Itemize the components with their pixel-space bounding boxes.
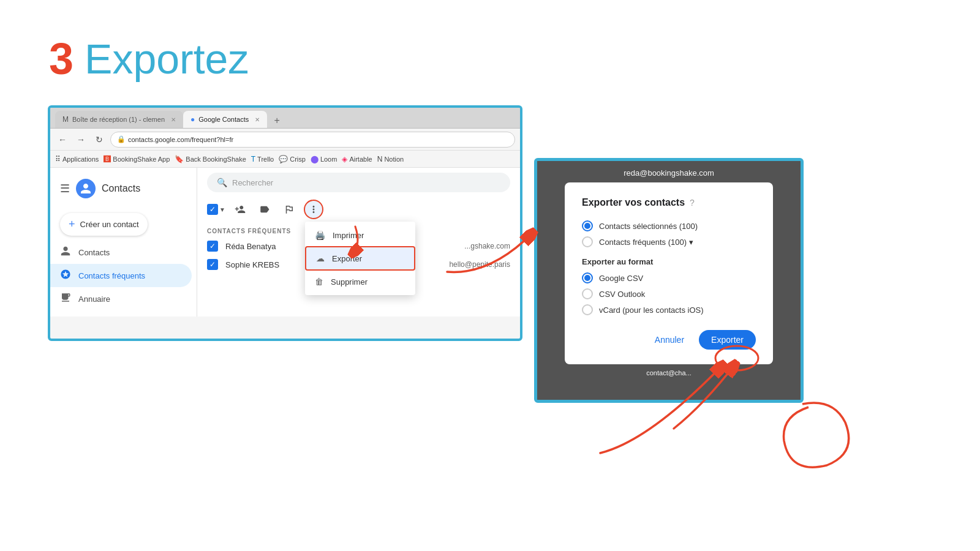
radio-btn-vcard[interactable] bbox=[582, 304, 593, 315]
radio-csv-outlook[interactable]: CSV Outlook bbox=[582, 286, 756, 302]
bookmark-loom-label: Loom bbox=[320, 156, 337, 163]
sidebar-item-frequent[interactable]: Contacts fréquents bbox=[50, 264, 192, 287]
back-button[interactable]: ← bbox=[55, 132, 70, 147]
export-button[interactable]: Exporter bbox=[699, 330, 756, 350]
frequent-nav-icon bbox=[60, 269, 71, 282]
new-tab-button[interactable]: + bbox=[270, 113, 284, 128]
dropdown-chevron-icon[interactable]: ▾ bbox=[689, 238, 693, 247]
address-text: contacts.google.com/frequent?hl=fr bbox=[128, 136, 233, 143]
contacts-app-title: Contacts bbox=[102, 183, 140, 194]
bookmark-back[interactable]: 🔖 Back BookingShake bbox=[175, 155, 246, 163]
gmail-icon: M bbox=[62, 115, 69, 124]
bookmark-trello[interactable]: T Trello bbox=[251, 155, 274, 163]
checkbox-chevron[interactable]: ▼ bbox=[219, 206, 225, 213]
bookmark-bookingshake[interactable]: 🅱 BookingShake App bbox=[104, 155, 170, 163]
contacts-sidebar: ☰ Contacts + Créer un contact Contacts bbox=[50, 168, 197, 317]
bookmark-crisp[interactable]: 💬 Crisp bbox=[279, 155, 306, 163]
bookmark-bookingshake-label: BookingShake App bbox=[113, 156, 170, 163]
search-placeholder: Rechercher bbox=[232, 178, 273, 187]
radio-btn-frequent[interactable] bbox=[582, 236, 593, 247]
merge-btn[interactable] bbox=[279, 200, 299, 219]
hamburger-menu[interactable]: ☰ bbox=[60, 182, 70, 195]
selected-contacts-label: Contacts sélectionnés (100) bbox=[599, 222, 698, 231]
bookmarks-bar: ⠿ Applications 🅱 BookingShake App 🔖 Back… bbox=[50, 151, 520, 168]
crisp-favicon: 💬 bbox=[279, 155, 288, 163]
search-bar[interactable]: 🔍 Rechercher bbox=[207, 173, 510, 192]
tab-contacts[interactable]: ● Google Contacts ✕ bbox=[183, 111, 267, 128]
delete-icon: 🗑 bbox=[315, 277, 323, 287]
sidebar-item-directory[interactable]: Annuaire bbox=[50, 287, 192, 310]
radio-btn-csv-outlook[interactable] bbox=[582, 288, 593, 299]
create-contact-button[interactable]: + Créer un contact bbox=[60, 213, 148, 236]
loom-favicon: ⬤ bbox=[311, 155, 318, 163]
airtable-favicon: ◈ bbox=[342, 155, 347, 163]
tab-bar: M Boîte de réception (1) - clemen ✕ ● Go… bbox=[50, 108, 520, 129]
menu-export-label: Exporter bbox=[332, 254, 362, 263]
sidebar-contacts-label: Contacts bbox=[78, 248, 110, 257]
contact-selection-group: Contacts sélectionnés (100) Contacts fré… bbox=[582, 218, 756, 250]
help-icon[interactable]: ? bbox=[690, 198, 695, 208]
contacts-content: ☰ Contacts + Créer un contact Contacts bbox=[50, 168, 520, 317]
add-to-contacts-btn[interactable] bbox=[230, 200, 250, 219]
menu-item-delete[interactable]: 🗑 Supprimer bbox=[305, 271, 415, 293]
page-header: 3 Exportez bbox=[49, 37, 249, 81]
radio-btn-google-csv[interactable] bbox=[582, 272, 593, 283]
menu-item-export[interactable]: ☁ Exporter bbox=[305, 246, 415, 271]
bookingshake-favicon: 🅱 bbox=[104, 155, 111, 163]
print-icon: 🖨️ bbox=[315, 230, 325, 240]
plus-icon: + bbox=[69, 218, 75, 231]
directory-nav-icon bbox=[60, 292, 71, 305]
address-bar[interactable]: 🔒 contacts.google.com/frequent?hl=fr bbox=[110, 132, 515, 148]
radio-vcard[interactable]: vCard (pour les contacts iOS) bbox=[582, 302, 756, 318]
frequent-contacts-option: Contacts fréquents (100) ▾ bbox=[599, 238, 693, 247]
select-all-checkbox[interactable]: ✓ bbox=[207, 204, 218, 215]
tab-contacts-close[interactable]: ✕ bbox=[255, 116, 260, 123]
sidebar-frequent-label: Contacts fréquents bbox=[78, 271, 145, 280]
contact-checkbox-1[interactable]: ✓ bbox=[207, 241, 218, 252]
menu-delete-label: Supprimer bbox=[331, 277, 368, 287]
bookmark-trello-label: Trello bbox=[257, 156, 274, 163]
dialog-overlay: reda@bookingshake.com Exporter vos conta… bbox=[537, 161, 801, 400]
sidebar-directory-label: Annuaire bbox=[78, 294, 110, 304]
radio-btn-selected[interactable] bbox=[582, 220, 593, 231]
create-contact-label: Créer un contact bbox=[80, 220, 139, 229]
export-icon: ☁ bbox=[316, 253, 325, 263]
radio-selected-contacts[interactable]: Contacts sélectionnés (100) bbox=[582, 218, 756, 234]
trello-favicon: T bbox=[251, 155, 255, 163]
step-number: 3 bbox=[49, 37, 74, 81]
tab-gmail[interactable]: M Boîte de réception (1) - clemen ✕ bbox=[55, 111, 183, 128]
radio-google-csv[interactable]: Google CSV bbox=[582, 270, 756, 286]
format-group: Google CSV CSV Outlook vCard (pour les c… bbox=[582, 270, 756, 318]
bookmark-crisp-label: Crisp bbox=[290, 156, 306, 163]
cancel-button[interactable]: Annuler bbox=[645, 330, 694, 350]
bookmark-applications[interactable]: ⠿ Applications bbox=[55, 155, 99, 163]
bookmark-notion[interactable]: N Notion bbox=[377, 155, 404, 163]
left-screenshot: M Boîte de réception (1) - clemen ✕ ● Go… bbox=[48, 105, 522, 341]
vcard-label: vCard (pour les contacts iOS) bbox=[599, 305, 704, 315]
tab-gmail-label: Boîte de réception (1) - clemen bbox=[72, 116, 165, 123]
bottom-email: contact@cha... bbox=[641, 364, 696, 381]
tab-gmail-close[interactable]: ✕ bbox=[171, 116, 176, 123]
contacts-logo bbox=[76, 179, 96, 198]
contacts-nav-icon bbox=[60, 246, 71, 259]
more-options-btn[interactable] bbox=[304, 200, 323, 219]
menu-print-label: Imprimer bbox=[333, 231, 364, 240]
notion-favicon: N bbox=[377, 155, 383, 163]
bookmark-back-label: Back BookingShake bbox=[186, 156, 246, 163]
search-icon: 🔍 bbox=[217, 178, 227, 187]
format-label: Exporter au format bbox=[582, 257, 756, 266]
tab-contacts-label: Google Contacts bbox=[198, 116, 249, 123]
sidebar-item-contacts[interactable]: Contacts bbox=[50, 241, 192, 264]
radio-frequent-contacts[interactable]: Contacts fréquents (100) ▾ bbox=[582, 234, 756, 250]
sidebar-header: ☰ Contacts bbox=[50, 174, 197, 208]
contacts-tab-icon: ● bbox=[190, 115, 195, 124]
forward-button[interactable]: → bbox=[74, 132, 88, 147]
menu-item-print[interactable]: 🖨️ Imprimer bbox=[305, 224, 415, 246]
contacts-toolbar: ✓ ▼ 🖨️ Imp bbox=[207, 200, 510, 219]
label-btn[interactable] bbox=[255, 200, 274, 219]
refresh-button[interactable]: ↻ bbox=[92, 132, 107, 147]
contact-checkbox-2[interactable]: ✓ bbox=[207, 259, 218, 270]
apps-favicon: ⠿ bbox=[55, 155, 61, 163]
bookmark-loom[interactable]: ⬤ Loom bbox=[311, 155, 337, 163]
bookmark-airtable[interactable]: ◈ Airtable bbox=[342, 155, 372, 163]
